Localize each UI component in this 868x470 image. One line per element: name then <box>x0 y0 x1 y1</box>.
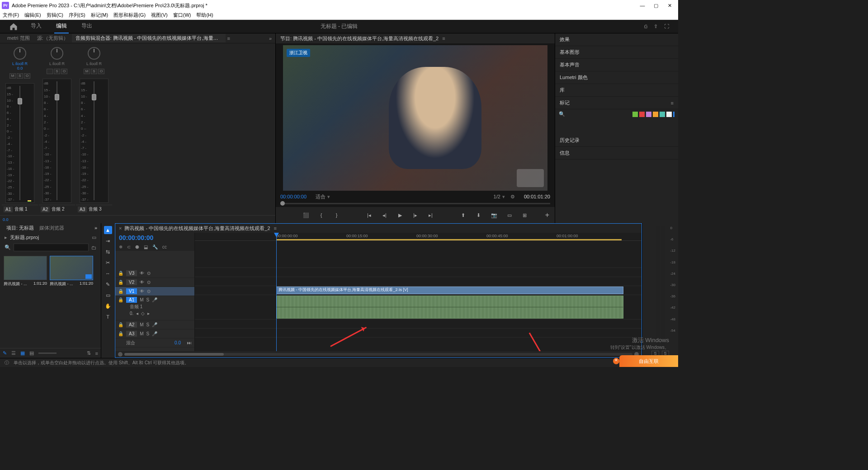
type-tool[interactable]: T <box>104 313 112 321</box>
timeline-tracks-area[interactable]: 00:00:00:00 00:00:15:00 00:00:30:00 00:0… <box>195 233 642 351</box>
lock-icon[interactable]: 🔒 <box>118 331 123 336</box>
workspace-tab-export[interactable]: 导出 <box>80 19 94 33</box>
panel-expand-icon[interactable]: » <box>269 36 272 41</box>
panel-history[interactable]: 历史记录 <box>555 134 678 147</box>
video-clip[interactable]: 腾讯视频 - 中国领先的在线视频媒体平台,海量高清视频在线观看_2.ts [V] <box>276 287 623 294</box>
marker-color-purple[interactable] <box>646 112 651 117</box>
mark-out-button[interactable]: } <box>333 212 340 219</box>
toggle-output-icon[interactable]: 👁 <box>140 271 144 276</box>
fullscreen-icon[interactable]: ⛶ <box>664 24 669 29</box>
close-seq-icon[interactable]: × <box>119 226 122 231</box>
work-area-bar[interactable] <box>276 239 622 240</box>
extract-button[interactable]: ⬇ <box>475 212 482 219</box>
panel-expand-icon[interactable]: » <box>94 225 97 230</box>
voice-over-icon[interactable]: 🎤 <box>152 331 157 336</box>
maximize-button[interactable]: ▢ <box>653 2 659 9</box>
mute-button[interactable]: M <box>9 73 16 79</box>
fader-handle[interactable] <box>55 94 59 100</box>
captions-icon[interactable]: cc <box>162 244 167 249</box>
menu-markers[interactable]: 标记(M) <box>91 12 108 19</box>
program-preview[interactable]: 浙江卫视 <box>276 43 555 193</box>
solo-icon[interactable]: S <box>146 322 150 327</box>
marker-color-green[interactable] <box>632 112 638 117</box>
button-editor-button[interactable]: + <box>545 211 549 219</box>
add-marker-icon[interactable]: ⬣ <box>135 244 139 249</box>
record-button[interactable]: O <box>61 69 67 74</box>
menu-graphics[interactable]: 图形和标题(G) <box>113 12 146 19</box>
marker-color-white[interactable] <box>666 112 672 117</box>
toggle-output-icon[interactable]: 👁 <box>140 289 144 294</box>
sync-lock-icon[interactable]: ⊙ <box>147 271 151 276</box>
wrench-icon[interactable]: 🔧 <box>152 244 158 249</box>
zoom-thumb[interactable] <box>124 353 224 356</box>
track-select-tool[interactable]: ⇥ <box>104 237 112 245</box>
hand-tool[interactable]: ✋ <box>104 302 112 310</box>
step-forward-button[interactable]: |▸ <box>412 212 419 219</box>
menu-help[interactable]: 帮助(H) <box>196 12 213 19</box>
level-meter[interactable]: dB15 -10 -8 -6 -4 -2 -0 ---2 --4 --7 --1… <box>5 83 34 203</box>
panel-essential-graphics[interactable]: 基本图形 <box>555 46 678 59</box>
track-id[interactable]: V2 <box>126 279 137 285</box>
play-button[interactable]: ▶ <box>396 212 404 219</box>
panel-tab-source[interactable]: 源:（无剪辑） <box>33 34 72 42</box>
workspace-tab-import[interactable]: 导入 <box>29 19 43 33</box>
panel-lumetri-color[interactable]: Lumetri 颜色 <box>555 71 678 84</box>
add-marker-button[interactable]: ⬛ <box>302 212 310 219</box>
timeline-settings-icon[interactable]: ⬓ <box>144 244 148 249</box>
track-level[interactable]: 0. <box>130 311 133 316</box>
find-icon[interactable]: ≡ <box>95 351 98 356</box>
project-search-input[interactable] <box>14 244 89 251</box>
menu-clip[interactable]: 剪辑(C) <box>47 12 63 19</box>
voice-over-icon[interactable]: 🎤 <box>152 297 157 302</box>
level-meter[interactable]: dB15 -10 -8 -6 -4 -2 -0 ---2 --4 --7 --1… <box>80 79 108 203</box>
menu-view[interactable]: 视图(V) <box>151 12 168 19</box>
share-icon[interactable]: ⇪ <box>654 24 658 29</box>
selection-tool[interactable]: ▲ <box>104 226 112 234</box>
panel-info[interactable]: 信息 <box>555 147 678 160</box>
voice-over-icon[interactable]: 🎤 <box>152 322 157 327</box>
lock-icon[interactable]: 🔒 <box>118 280 123 285</box>
track-id[interactable]: A2 <box>126 322 137 328</box>
track-header-mix[interactable]: 混合0.0⏭ <box>115 338 194 348</box>
pen-tool[interactable]: ✎ <box>104 280 112 288</box>
track-a3[interactable] <box>195 329 642 338</box>
zoom-out-handle[interactable] <box>118 352 123 357</box>
search-icon[interactable]: 🔍 <box>559 111 565 117</box>
razor-tool[interactable]: ✂ <box>104 258 112 267</box>
list-view-icon[interactable]: ☰ <box>11 350 16 356</box>
mix-value[interactable]: 0.0 <box>175 340 181 345</box>
mute-icon[interactable]: M <box>140 331 143 336</box>
item-thumbnail[interactable] <box>4 256 47 280</box>
menu-sequence[interactable]: 序列(S) <box>69 12 85 19</box>
workspace-tab-edit[interactable]: 编辑 <box>54 19 69 33</box>
track-id[interactable]: V3 <box>126 270 137 276</box>
track-id[interactable]: V1 <box>126 288 137 294</box>
solo-button[interactable]: S <box>54 69 60 74</box>
close-button[interactable]: ✕ <box>666 2 673 9</box>
new-bin-icon[interactable]: 🗀 <box>91 245 96 250</box>
timeline-zoom-scrollbar[interactable] <box>115 351 642 357</box>
track-header-a2[interactable]: 🔒A2MS🎤 <box>115 320 194 329</box>
track-header-v1[interactable]: 🔒V1👁⊙ <box>115 287 194 296</box>
search-icon[interactable]: 🔍 <box>5 244 11 250</box>
sort-icon[interactable]: ⇅ <box>87 350 91 356</box>
lock-icon[interactable]: 🔒 <box>118 297 123 302</box>
write-icon[interactable]: ✎ <box>3 350 7 356</box>
quick-export-icon[interactable]: ⎙ <box>644 24 647 29</box>
panel-menu-icon[interactable]: ≡ <box>227 36 230 41</box>
timecode-current[interactable]: 00:00:00:00 <box>280 194 307 199</box>
solo-button[interactable]: S <box>17 73 23 79</box>
comparison-button[interactable]: ▭ <box>506 212 513 219</box>
minimize-button[interactable]: — <box>639 2 646 9</box>
playhead[interactable] <box>276 233 277 351</box>
home-icon[interactable] <box>9 22 18 31</box>
ripple-edit-tool[interactable]: ⇆ <box>104 248 112 256</box>
record-button[interactable]: O <box>24 73 30 79</box>
export-frame-button[interactable]: 📷 <box>491 212 498 219</box>
step-back-button[interactable]: ◂| <box>381 212 388 219</box>
track-v1[interactable]: 腾讯视频 - 中国领先的在线视频媒体平台,海量高清视频在线观看_2.ts [V] <box>195 286 642 295</box>
snap-icon[interactable]: ❄ <box>119 244 123 249</box>
track-v2[interactable] <box>195 277 642 286</box>
panel-tab-audio-mixer[interactable]: 音频剪辑混合器: 腾讯视频 - 中国领先的在线视频媒体平台,海量高清视频在线观看… <box>72 34 226 42</box>
slip-tool[interactable]: ↔ <box>104 269 112 277</box>
